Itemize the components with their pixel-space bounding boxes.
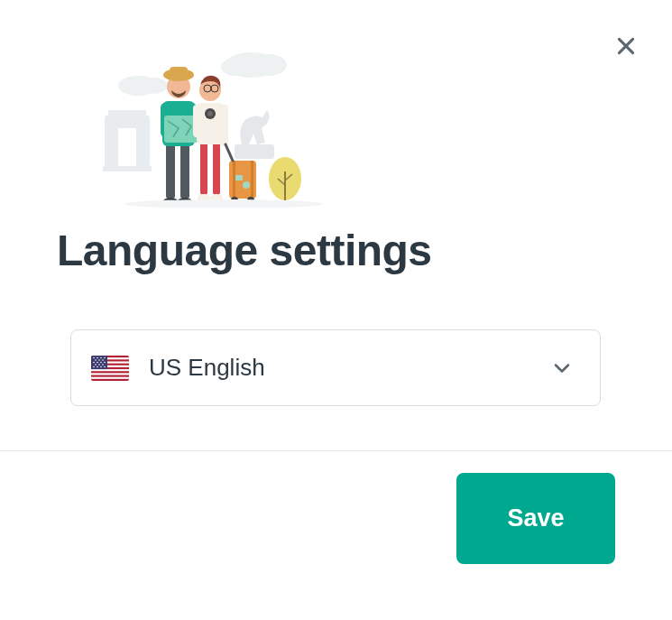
svg-point-47 — [124, 199, 323, 208]
svg-point-3 — [251, 54, 287, 76]
svg-rect-16 — [166, 143, 175, 199]
svg-rect-17 — [180, 143, 189, 199]
close-button[interactable] — [612, 32, 640, 60]
svg-rect-11 — [235, 144, 274, 159]
svg-point-4 — [221, 58, 250, 76]
language-select-wrapper: US English — [70, 329, 601, 406]
svg-point-66 — [104, 361, 106, 363]
svg-point-70 — [93, 366, 95, 367]
us-flag-icon — [91, 356, 129, 381]
svg-rect-53 — [91, 373, 129, 375]
selected-language-label: US English — [149, 354, 549, 382]
svg-point-61 — [98, 359, 100, 361]
svg-rect-46 — [235, 175, 243, 180]
svg-point-45 — [243, 181, 250, 189]
dialog-title: Language settings — [57, 226, 615, 275]
svg-line-42 — [226, 144, 233, 161]
svg-rect-28 — [213, 141, 220, 195]
svg-point-69 — [102, 364, 104, 366]
svg-rect-52 — [91, 369, 129, 371]
close-icon — [614, 34, 638, 58]
dialog-footer: Save — [0, 450, 672, 620]
svg-rect-8 — [118, 128, 136, 168]
svg-rect-10 — [108, 110, 146, 117]
chevron-down-icon — [549, 356, 575, 381]
svg-rect-9 — [103, 166, 152, 171]
svg-point-56 — [93, 356, 95, 358]
svg-point-38 — [207, 111, 213, 116]
svg-point-62 — [102, 359, 104, 361]
svg-point-68 — [98, 364, 100, 366]
language-settings-dialog: Language settings — [0, 0, 672, 620]
svg-rect-33 — [220, 105, 228, 146]
svg-point-63 — [93, 361, 95, 363]
svg-rect-32 — [193, 105, 201, 137]
svg-point-73 — [104, 366, 106, 367]
svg-point-57 — [97, 356, 98, 358]
save-button[interactable]: Save — [456, 473, 615, 564]
svg-point-64 — [97, 361, 98, 363]
dialog-content: Language settings — [0, 0, 672, 450]
svg-point-58 — [100, 356, 102, 358]
svg-rect-25 — [170, 67, 188, 77]
svg-point-65 — [100, 361, 102, 363]
svg-point-60 — [95, 359, 97, 361]
svg-point-72 — [100, 366, 102, 367]
svg-rect-27 — [200, 141, 207, 195]
language-select[interactable]: US English — [70, 329, 601, 406]
svg-rect-41 — [251, 161, 253, 199]
svg-point-71 — [97, 366, 98, 367]
svg-rect-54 — [91, 376, 129, 378]
travelers-illustration — [88, 45, 323, 208]
svg-point-59 — [104, 356, 106, 358]
svg-rect-40 — [233, 161, 235, 199]
svg-point-6 — [139, 78, 168, 94]
svg-point-67 — [95, 364, 97, 366]
